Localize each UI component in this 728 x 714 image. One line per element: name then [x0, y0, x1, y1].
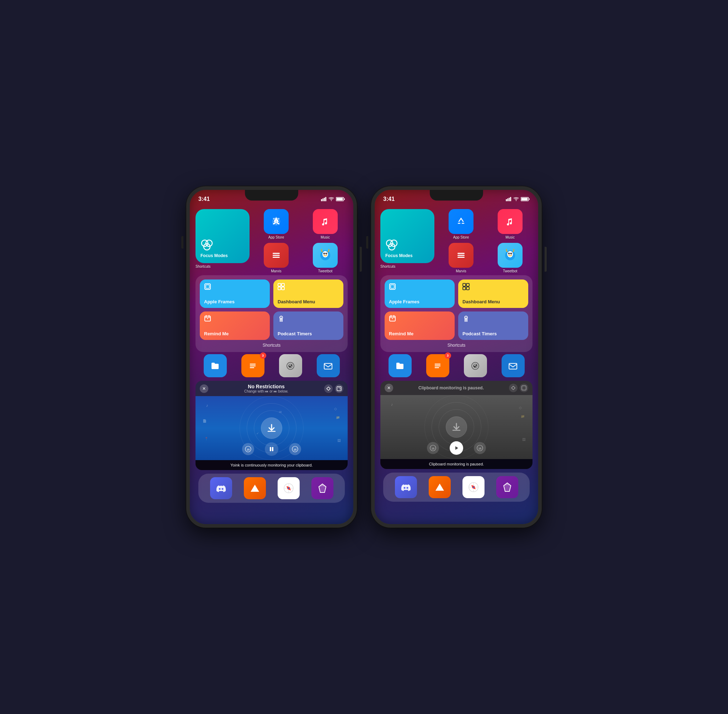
mail-icon-left[interactable]	[317, 354, 340, 377]
focus-modes-icon-left[interactable]: Focus Modes	[196, 209, 250, 263]
omnifocus-app-right[interactable]	[458, 354, 492, 377]
reminders-app-left[interactable]: 3	[236, 354, 270, 377]
mail-icon-right[interactable]	[502, 354, 525, 377]
download-svg-left	[266, 423, 277, 434]
yoink-expand-right[interactable]	[520, 384, 528, 392]
files-app-left[interactable]	[198, 354, 232, 377]
shortcuts-large-left[interactable]: Focus Modes Shortcuts	[196, 209, 250, 268]
files-icon-left[interactable]	[204, 354, 227, 377]
svg-rect-41	[337, 387, 341, 391]
dashboard-label-right: Dashboard Menu	[463, 299, 524, 304]
shortcut-podcast-right[interactable]: Podcast Timers	[458, 312, 528, 340]
reminders-icon-left[interactable]: 3	[241, 354, 264, 377]
shortcut-apple-frames-right[interactable]: Apple Frames	[385, 279, 455, 308]
dock-discord-right[interactable]	[395, 476, 417, 498]
svg-rect-70	[457, 255, 464, 256]
marvis-right[interactable]: Marvis	[439, 243, 484, 273]
shortcuts-widget-title-right: Shortcuts	[385, 343, 528, 348]
reminders-svg-r	[432, 360, 443, 371]
svg-rect-46	[272, 447, 273, 451]
shortcut-remind-right[interactable]: Remind Me	[385, 312, 455, 340]
appstore-left[interactable]: A App Store	[254, 209, 299, 239]
omnifocus-app-left[interactable]	[274, 354, 307, 377]
marvis-icon-left[interactable]	[264, 243, 289, 268]
tweetbot-right[interactable]: Tweetbot	[488, 243, 532, 273]
tweetbot-icon-right[interactable]	[498, 243, 523, 268]
dock-discord-left[interactable]	[210, 477, 232, 499]
skip-back-right[interactable]: 15	[427, 442, 439, 454]
reminders-app-right[interactable]: 3	[421, 354, 454, 377]
yoink-close-left[interactable]: ✕	[200, 384, 208, 393]
dock-action-right[interactable]	[429, 476, 451, 498]
pause-btn-left[interactable]	[265, 442, 278, 456]
svg-rect-39	[324, 363, 332, 369]
dock-gem-right[interactable]	[496, 476, 518, 498]
mini-icon-img-right: 🖼	[522, 438, 526, 441]
reminders-icon-right[interactable]: 3	[426, 354, 449, 377]
skip-fwd-left[interactable]: 15	[289, 443, 301, 455]
svg-point-111	[473, 486, 474, 488]
shortcut-remind-left[interactable]: Remind Me	[200, 312, 270, 340]
yoink-diamond-right[interactable]	[509, 384, 518, 392]
yoink-header-left: ✕ No Restrictions Change with ⏮ or ⏭ bel…	[196, 381, 348, 396]
phone-frame-left: 3:41	[186, 186, 357, 528]
tweetbot-icon-left[interactable]	[313, 243, 338, 268]
dock-action-left[interactable]	[244, 477, 266, 499]
time-left: 3:41	[198, 196, 210, 202]
yoink-controls-right: 15 15	[380, 441, 532, 455]
appstore-right[interactable]: App Store	[439, 209, 484, 239]
music-icon-right[interactable]	[498, 209, 523, 234]
tweetbot-label-left: Tweetbot	[318, 269, 333, 273]
dashboard-label-left: Dashboard Menu	[278, 299, 339, 304]
yoink-title-left: No Restrictions	[208, 384, 324, 389]
music-svg	[319, 216, 331, 228]
skip-fwd-svg: 15	[292, 446, 298, 452]
dock-safari-right[interactable]	[463, 476, 484, 498]
remind-svg-r	[389, 315, 396, 322]
music-right[interactable]: Music	[488, 209, 532, 239]
shortcut-dashboard-right[interactable]: Dashboard Menu	[458, 279, 528, 308]
shortcut-apple-frames-left[interactable]: Apple Frames	[200, 279, 270, 308]
mini-icon-doc-left: 📄	[202, 419, 207, 423]
mail-app-left[interactable]	[312, 354, 345, 377]
omnifocus-icon-left[interactable]	[279, 354, 302, 377]
mail-svg	[323, 360, 333, 371]
play-btn-right[interactable]	[450, 441, 463, 455]
yoink-diamond-left[interactable]	[324, 384, 333, 393]
yoink-expand-left[interactable]	[335, 384, 343, 393]
focus-modes-icon-right[interactable]: Focus Modes	[380, 209, 434, 263]
screen-content-left: Focus Modes Shortcuts A	[190, 206, 354, 524]
skip-back-svg: 15	[245, 446, 251, 452]
dock-right	[383, 472, 530, 502]
mini-icon-note-left: ♪	[206, 403, 208, 408]
wifi-icon-right	[513, 197, 519, 201]
skip-back-left[interactable]: 15	[242, 443, 254, 455]
marvis-left[interactable]: Marvis	[254, 243, 299, 273]
files-icon-right[interactable]	[388, 354, 412, 377]
music-icon-left[interactable]	[313, 209, 338, 234]
mail-app-right[interactable]	[496, 354, 530, 377]
gem-svg-r	[502, 482, 513, 493]
yoink-close-right[interactable]: ✕	[385, 384, 393, 392]
music-left[interactable]: Music	[303, 209, 348, 239]
tweetbot-left[interactable]: Tweetbot	[303, 243, 348, 273]
svg-point-73	[507, 251, 513, 258]
skip-fwd-right[interactable]: 15	[474, 442, 486, 454]
shortcut-dashboard-left[interactable]: Dashboard Menu	[273, 279, 343, 308]
files-app-right[interactable]	[383, 354, 416, 377]
shortcut-podcast-left[interactable]: Podcast Timers	[273, 312, 343, 340]
appstore-icon-left[interactable]: A	[264, 209, 289, 234]
omnifocus-icon-right[interactable]	[464, 354, 487, 377]
marvis-icon-right[interactable]	[449, 243, 473, 268]
appstore-icon-right[interactable]	[449, 209, 473, 234]
download-icon-right	[446, 416, 467, 438]
reminders-svg	[247, 360, 258, 371]
dock-gem-left[interactable]	[312, 477, 333, 499]
shortcuts-large-right[interactable]: Focus Modes Shortcuts	[380, 209, 434, 268]
shortcuts-widget-title-left: Shortcuts	[200, 343, 343, 348]
svg-rect-96	[509, 363, 517, 369]
dock-safari-left[interactable]	[278, 477, 300, 499]
status-icons-left	[321, 197, 345, 201]
svg-point-106	[406, 487, 408, 489]
svg-rect-80	[463, 284, 466, 286]
